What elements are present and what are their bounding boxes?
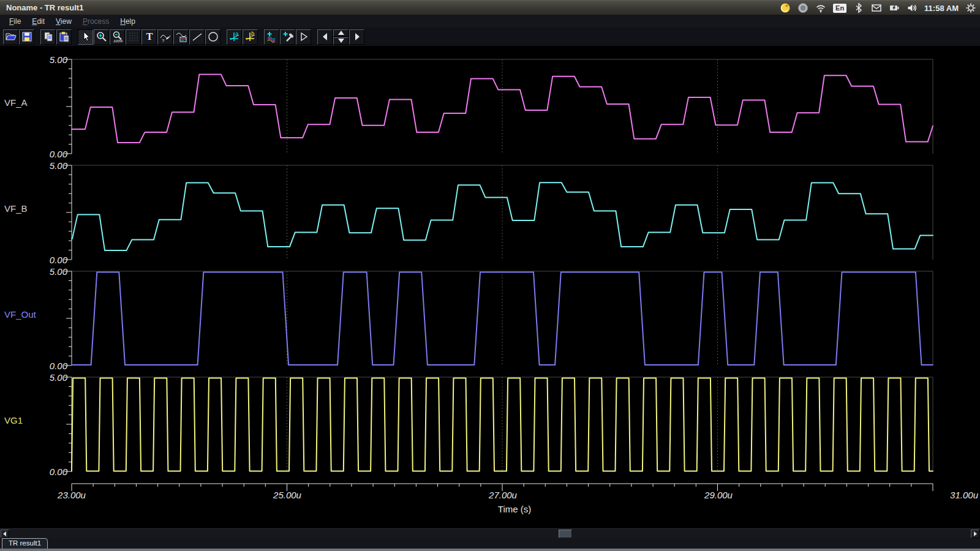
wifi-icon[interactable] <box>815 2 826 13</box>
scrollbar-thumb[interactable] <box>559 530 572 538</box>
triangle-up-icon <box>336 30 346 36</box>
open-file-button[interactable] <box>3 29 18 45</box>
pick-sample-button[interactable] <box>280 29 295 45</box>
session-gear-icon[interactable] <box>965 2 976 13</box>
curve-query-icon: ? <box>159 31 172 43</box>
toolbar-group <box>264 29 311 45</box>
menu-edit[interactable]: Edit <box>26 16 50 27</box>
menu-process: Process <box>77 16 115 27</box>
triangle-down-icon <box>336 38 346 43</box>
svg-text:a: a <box>235 31 238 37</box>
triangle-right-icon <box>972 531 978 537</box>
menubar: File Edit View Process Help <box>0 15 980 28</box>
waveform-canvas <box>0 46 980 528</box>
curve-label-vg1: VG1 <box>4 415 23 425</box>
axis-a-icon: a <box>228 31 241 43</box>
svg-text:100%: 100% <box>113 39 123 43</box>
insert-text-icon: T <box>143 31 156 43</box>
scrollbar-left-arrow[interactable] <box>1 530 9 538</box>
x-tick-label: 31.00u <box>950 490 978 500</box>
pick-sample-icon <box>282 31 294 43</box>
mail-icon[interactable] <box>871 2 882 13</box>
bluetooth-icon[interactable] <box>853 2 864 13</box>
triangle-left-icon <box>2 531 8 537</box>
system-tray: En11:58 AM <box>780 1 976 15</box>
x-tick-label: 29.00u <box>704 490 733 500</box>
svg-text:?: ? <box>162 38 165 43</box>
result-tab-bar: TR result1 <box>0 538 980 549</box>
volume-icon[interactable] <box>907 2 918 13</box>
toolbar: 100%T?ab <box>0 28 980 46</box>
titlebar[interactable]: Noname - TR result1 En11:58 AM <box>0 0 980 15</box>
y-max-label: 5.00 <box>24 266 67 277</box>
y-min-label: 0.00 <box>24 467 67 477</box>
draw-circle-icon <box>207 31 219 43</box>
draw-circle-button[interactable] <box>205 29 221 45</box>
scroll-left-button[interactable] <box>317 29 333 45</box>
axis-a-button[interactable]: a <box>227 29 242 45</box>
curve-legend-button[interactable] <box>173 29 189 45</box>
app-indicator-icon[interactable] <box>780 2 791 13</box>
menu-file[interactable]: File <box>4 16 26 27</box>
toolbar-group <box>40 29 72 45</box>
y-max-label: 5.00 <box>24 160 67 171</box>
window-bottom-edge <box>0 549 980 551</box>
y-max-label: 5.00 <box>24 372 67 383</box>
curve-label-vfa: VF_A <box>4 97 28 108</box>
zoom-out-full-button[interactable]: 100% <box>110 29 125 45</box>
paste-icon <box>58 31 70 43</box>
curve-query-button[interactable]: ? <box>157 29 173 45</box>
y-min-label: 0.00 <box>24 361 67 371</box>
draw-line-button[interactable] <box>189 29 205 45</box>
menu-help[interactable]: Help <box>115 16 141 27</box>
zoom-in-button[interactable] <box>94 29 109 45</box>
scroll-right-button[interactable] <box>349 29 364 45</box>
run-arrow-icon <box>298 31 310 43</box>
open-file-icon <box>5 31 17 43</box>
spin-up-button[interactable] <box>333 29 349 37</box>
run-arrow-button[interactable] <box>296 29 311 45</box>
scrollbar-right-arrow[interactable] <box>971 530 979 538</box>
keyboard-layout[interactable]: En <box>833 4 846 13</box>
network-globe-icon[interactable] <box>797 2 809 13</box>
vf_b-trace <box>72 182 933 250</box>
svg-text:b: b <box>251 31 254 37</box>
y-min-label: 0.00 <box>24 149 67 159</box>
y-min-label: 0.00 <box>24 255 67 265</box>
save-icon <box>21 31 33 43</box>
battery-icon[interactable] <box>889 2 900 13</box>
grid-toggle-button <box>126 29 141 45</box>
copy-button[interactable] <box>40 29 56 45</box>
draw-line-icon <box>191 31 203 43</box>
select-cursor-button[interactable] <box>78 29 93 45</box>
clock[interactable]: 11:58 AM <box>924 1 959 15</box>
zoom-in-icon <box>96 31 108 43</box>
add-curves-button[interactable] <box>264 29 279 45</box>
toolbar-group: ab <box>227 29 258 45</box>
scroll-left-icon <box>319 31 331 43</box>
curve-label-vfb: VF_B <box>4 203 28 214</box>
spin-down-button[interactable] <box>333 37 349 45</box>
axis-b-button[interactable]: b <box>243 29 258 45</box>
save-button[interactable] <box>19 29 34 45</box>
x-tick-label: 25.00u <box>273 490 301 500</box>
tab-tr-result1[interactable]: TR result1 <box>2 538 48 549</box>
waveform-viewer: VF_A VF_B VF_Out VG1 5.00 0.00 5.00 0.00… <box>0 46 980 528</box>
window-title: Noname - TR result1 <box>6 3 83 12</box>
curve-legend-icon <box>175 31 187 43</box>
copy-icon <box>42 31 55 43</box>
scroll-spinner <box>333 29 349 45</box>
toolbar-group <box>3 29 34 45</box>
menu-view[interactable]: View <box>50 16 77 27</box>
paste-button[interactable] <box>56 29 72 45</box>
insert-text-button[interactable]: T <box>141 29 157 45</box>
horizontal-scrollbar[interactable] <box>0 528 980 539</box>
toolbar-group: 100%T? <box>78 29 221 45</box>
svg-text:T: T <box>146 31 153 42</box>
y-max-label: 5.00 <box>24 54 67 65</box>
x-axis-title: Time (s) <box>498 504 531 514</box>
x-tick-label: 23.00u <box>58 490 86 500</box>
x-tick-label: 27.00u <box>489 490 517 500</box>
toolbar-group <box>317 29 364 45</box>
zoom-out-full-icon: 100% <box>111 31 124 43</box>
